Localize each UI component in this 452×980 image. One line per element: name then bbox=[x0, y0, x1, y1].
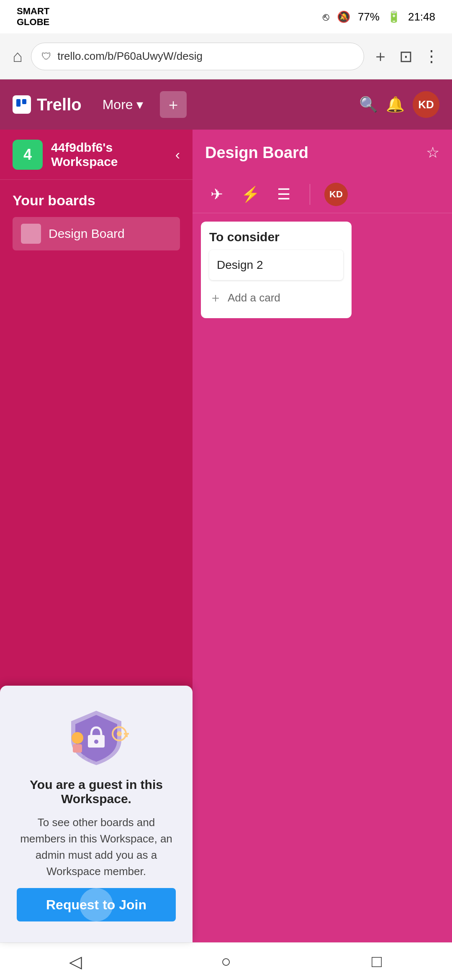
trello-sidebar: 4 44f9dbf6's Workspace ‹ Your boards Des… bbox=[0, 130, 193, 942]
toolbar-divider bbox=[310, 184, 310, 205]
tab-switcher-button[interactable]: ⊡ bbox=[399, 47, 413, 66]
filter-button[interactable]: ☰ bbox=[272, 183, 295, 206]
more-button[interactable]: More ▾ bbox=[94, 92, 152, 117]
svg-point-3 bbox=[94, 740, 98, 744]
add-card-button[interactable]: ＋ Add a card bbox=[209, 286, 343, 310]
plus-icon: ＋ bbox=[209, 289, 222, 306]
board-title: Design Board bbox=[205, 144, 420, 162]
bell-icon: 🔔 bbox=[386, 96, 405, 113]
automation-button[interactable]: ✈ bbox=[205, 183, 229, 206]
browser-home-icon[interactable]: ⌂ bbox=[13, 47, 23, 66]
notification-icon: 🔕 bbox=[337, 10, 350, 23]
svg-point-7 bbox=[117, 731, 122, 736]
notifications-button[interactable]: 🔔 bbox=[382, 91, 408, 118]
board-toolbar: ✈ ⚡ ☰ KD bbox=[193, 176, 452, 213]
status-bar: SMART GLOBE ⎋ 🔕 77% 🔋 21:48 bbox=[0, 0, 452, 33]
more-label: More bbox=[103, 97, 133, 112]
svg-point-10 bbox=[82, 755, 85, 758]
home-icon: ○ bbox=[221, 952, 231, 971]
activity-button[interactable]: ⚡ bbox=[239, 183, 262, 206]
request-to-join-label: Request to Join bbox=[46, 897, 146, 913]
board-name: Design Board bbox=[49, 227, 125, 241]
your-boards-title: Your boards bbox=[13, 192, 180, 209]
board-header: Design Board ☆ bbox=[193, 130, 452, 176]
trello-logo[interactable]: Trello bbox=[13, 95, 82, 114]
time: 21:48 bbox=[408, 10, 435, 23]
board-item[interactable]: Design Board bbox=[13, 217, 180, 250]
guest-description: To see other boards and members in this … bbox=[17, 814, 176, 880]
svg-point-12 bbox=[93, 761, 95, 763]
your-boards-section: Your boards Design Board bbox=[0, 180, 193, 263]
new-tab-button[interactable]: ＋ bbox=[372, 46, 388, 67]
back-button[interactable]: ◁ bbox=[59, 945, 92, 978]
search-icon: 🔍 bbox=[359, 96, 378, 113]
star-button[interactable]: ☆ bbox=[426, 144, 439, 161]
add-card-label: Add a card bbox=[228, 291, 280, 304]
guest-card: You are a guest in this Workspace. To se… bbox=[0, 686, 193, 942]
add-icon: ＋ bbox=[166, 94, 181, 115]
board-thumbnail bbox=[21, 224, 41, 244]
search-button[interactable]: 🔍 bbox=[355, 91, 382, 118]
user-avatar[interactable]: KD bbox=[413, 91, 439, 118]
home-button[interactable]: ○ bbox=[209, 945, 243, 978]
battery-icon: 🔋 bbox=[387, 10, 401, 23]
trello-board-panel: Design Board ☆ ✈ ⚡ ☰ KD To c bbox=[193, 130, 452, 942]
add-button[interactable]: ＋ bbox=[160, 91, 187, 118]
workspace-header: 4 44f9dbf6's Workspace ‹ bbox=[0, 130, 193, 180]
filter-icon: ☰ bbox=[277, 186, 290, 203]
workspace-name: 44f9dbf6's Workspace bbox=[51, 140, 167, 169]
svg-rect-1 bbox=[22, 99, 26, 104]
chevron-down-icon: ▾ bbox=[136, 97, 143, 112]
browser-bar: ⌂ 🛡 trello.com/b/P60aUwyW/desig ＋ ⊡ ⋮ bbox=[0, 33, 452, 79]
svg-point-11 bbox=[87, 759, 90, 761]
back-icon: ◁ bbox=[69, 952, 82, 971]
svg-rect-0 bbox=[16, 99, 21, 107]
status-right: ⎋ 🔕 77% 🔋 21:48 bbox=[323, 10, 435, 23]
guest-title: You are a guest in this Workspace. bbox=[17, 778, 176, 806]
trello-app: Trello More ▾ ＋ 🔍 🔔 KD 4 44f9dbf6's Work… bbox=[0, 79, 452, 942]
collapse-sidebar-button[interactable]: ‹ bbox=[175, 146, 180, 163]
svg-point-4 bbox=[72, 732, 83, 744]
browser-url-bar[interactable]: 🛡 trello.com/b/P60aUwyW/desig bbox=[31, 43, 364, 70]
bluetooth-icon: ⎋ bbox=[323, 10, 329, 23]
list-title: To consider bbox=[209, 230, 343, 244]
security-icon: 🛡 bbox=[41, 51, 51, 62]
request-to-join-button[interactable]: Request to Join bbox=[17, 888, 176, 921]
board-lists-area: To consider Design 2 ＋ Add a card bbox=[193, 213, 452, 942]
board-member-avatar[interactable]: KD bbox=[324, 183, 348, 206]
send-icon: ✈ bbox=[211, 186, 223, 203]
guest-illustration bbox=[59, 702, 134, 769]
recents-icon: □ bbox=[372, 952, 382, 971]
trello-navbar: Trello More ▾ ＋ 🔍 🔔 KD bbox=[0, 79, 452, 130]
card-title: Design 2 bbox=[217, 258, 263, 271]
workspace-badge: 4 bbox=[13, 140, 43, 170]
recents-button[interactable]: □ bbox=[360, 945, 393, 978]
carrier-info: SMART GLOBE bbox=[17, 6, 49, 28]
trello-logo-icon bbox=[13, 95, 31, 114]
android-nav-bar: ◁ ○ □ bbox=[0, 942, 452, 980]
url-text: trello.com/b/P60aUwyW/desig bbox=[57, 50, 203, 63]
browser-actions: ＋ ⊡ ⋮ bbox=[372, 46, 439, 67]
battery-percent: 77% bbox=[358, 10, 380, 23]
svg-rect-5 bbox=[73, 744, 82, 753]
trello-list: To consider Design 2 ＋ Add a card bbox=[201, 222, 352, 318]
browser-menu-button[interactable]: ⋮ bbox=[424, 47, 439, 66]
lightning-icon: ⚡ bbox=[241, 186, 260, 203]
carrier-name: SMART bbox=[17, 6, 49, 17]
trello-content: 4 44f9dbf6's Workspace ‹ Your boards Des… bbox=[0, 130, 452, 942]
trello-logo-text: Trello bbox=[37, 95, 82, 114]
list-card[interactable]: Design 2 bbox=[209, 250, 343, 280]
carrier-name2: GLOBE bbox=[17, 17, 49, 28]
